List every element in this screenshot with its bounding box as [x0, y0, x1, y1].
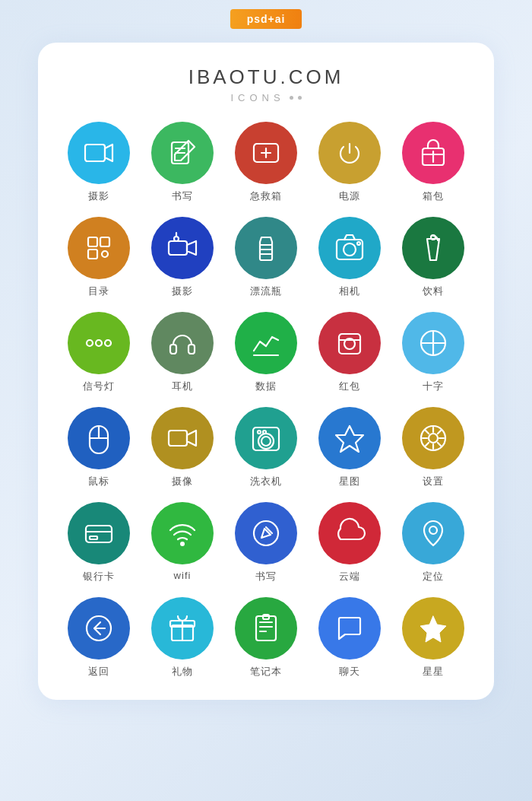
icon-item-photo[interactable]: 相机 — [312, 217, 388, 298]
icon-label-camera-video: 摄影 — [88, 189, 109, 203]
icon-circle-bankcard — [68, 502, 130, 564]
icon-item-star-of-david[interactable]: 星图 — [312, 407, 388, 488]
icon-label-write2: 书写 — [255, 570, 277, 583]
svg-point-27 — [105, 340, 111, 346]
svg-point-23 — [357, 242, 360, 245]
main-card: IBAOTU.COM ICONS 摄影书写急救箱电源箱包目录摄影漂流瓶相机饮料信… — [38, 43, 494, 700]
icon-item-drink[interactable]: 饮料 — [395, 217, 471, 298]
icon-label-cross: 十字 — [423, 380, 444, 393]
icon-item-camera-video[interactable]: 摄影 — [61, 122, 137, 203]
icon-label-bankcard: 银行卡 — [83, 570, 115, 583]
icon-item-menu[interactable]: 目录 — [61, 217, 137, 298]
icon-item-signal[interactable]: 信号灯 — [61, 312, 137, 393]
svg-marker-40 — [187, 431, 196, 446]
icon-label-star-of-david: 星图 — [339, 475, 360, 488]
icon-item-power[interactable]: 电源 — [312, 122, 388, 203]
svg-point-22 — [344, 243, 356, 256]
svg-rect-13 — [88, 250, 97, 259]
icon-item-hongbao[interactable]: 红包 — [312, 312, 388, 393]
icon-label-headphone: 耳机 — [172, 380, 193, 393]
icon-label-drink: 饮料 — [423, 284, 444, 298]
icon-item-settings[interactable]: 设置 — [395, 407, 471, 488]
svg-point-25 — [87, 340, 93, 346]
icon-label-camcorder: 摄像 — [172, 475, 193, 488]
icon-item-back[interactable]: 返回 — [61, 597, 137, 679]
icon-item-cross[interactable]: 十字 — [395, 312, 471, 393]
icon-label-video-cam: 摄影 — [172, 284, 193, 298]
icon-item-location[interactable]: 定位 — [395, 502, 471, 583]
icon-label-cloud: 云端 — [339, 570, 360, 583]
icon-item-wifi[interactable]: wifi — [144, 502, 220, 583]
svg-point-55 — [429, 526, 437, 534]
svg-point-44 — [258, 431, 261, 434]
svg-point-45 — [263, 431, 266, 434]
icon-label-data: 数据 — [255, 380, 277, 393]
svg-rect-31 — [339, 334, 360, 354]
icon-item-gift[interactable]: 礼物 — [144, 597, 220, 679]
svg-rect-51 — [90, 536, 97, 539]
icon-item-star[interactable]: 星星 — [395, 597, 471, 679]
icon-label-write: 书写 — [172, 189, 193, 203]
svg-marker-1 — [105, 145, 112, 161]
icon-circle-wifi — [151, 502, 214, 564]
icon-item-bankcard[interactable]: 银行卡 — [61, 502, 137, 583]
icon-circle-bag — [402, 122, 464, 184]
icon-label-hongbao: 红包 — [339, 380, 360, 393]
icon-circle-star — [402, 597, 464, 660]
icon-label-settings: 设置 — [423, 475, 444, 488]
icons-grid: 摄影书写急救箱电源箱包目录摄影漂流瓶相机饮料信号灯耳机数据红包十字鼠标摄像洗衣机… — [61, 122, 471, 679]
svg-rect-29 — [188, 345, 195, 354]
icon-item-washer[interactable]: 洗衣机 — [228, 407, 304, 488]
svg-rect-28 — [170, 345, 176, 354]
icon-label-wifi: wifi — [174, 570, 192, 581]
icon-circle-data — [235, 312, 297, 374]
icon-circle-washer — [235, 407, 297, 469]
icon-label-gift: 礼物 — [172, 665, 193, 679]
icon-item-cloud[interactable]: 云端 — [312, 502, 388, 583]
svg-point-24 — [431, 235, 435, 240]
icon-label-bottle: 漂流瓶 — [250, 284, 282, 298]
icon-circle-menu — [68, 217, 130, 279]
icon-label-chat: 聊天 — [339, 665, 360, 679]
icon-item-bottle[interactable]: 漂流瓶 — [228, 217, 304, 298]
icon-circle-notebook — [235, 597, 297, 660]
icon-label-signal: 信号灯 — [83, 380, 115, 393]
icon-item-chat[interactable]: 聊天 — [312, 597, 388, 679]
icon-circle-write — [151, 122, 214, 184]
icon-circle-camera-video — [68, 122, 130, 184]
top-badge: psd+ai — [230, 9, 302, 29]
icon-item-notebook[interactable]: 笔记本 — [228, 597, 304, 679]
icon-label-location: 定位 — [423, 570, 444, 583]
icon-item-first-aid[interactable]: 急救箱 — [228, 122, 304, 203]
icon-label-bag: 箱包 — [423, 189, 444, 203]
icon-item-data[interactable]: 数据 — [228, 312, 304, 393]
icon-circle-gift — [151, 597, 214, 660]
icon-circle-settings — [402, 407, 464, 469]
icon-item-write[interactable]: 书写 — [144, 122, 220, 203]
card-title: IBAOTU.COM — [61, 65, 471, 89]
icon-item-camcorder[interactable]: 摄像 — [144, 407, 220, 488]
svg-rect-14 — [169, 241, 187, 255]
icon-label-notebook: 笔记本 — [250, 665, 282, 679]
svg-rect-11 — [88, 237, 97, 246]
svg-point-43 — [261, 437, 271, 446]
svg-marker-15 — [187, 241, 196, 255]
subtitle-text: ICONS — [230, 92, 284, 103]
svg-point-47 — [429, 434, 438, 443]
icon-label-star: 星星 — [423, 665, 444, 679]
svg-rect-39 — [169, 431, 187, 446]
icon-circle-drink — [402, 217, 464, 279]
icon-item-mouse[interactable]: 鼠标 — [61, 407, 137, 488]
svg-rect-12 — [100, 237, 109, 246]
icon-item-video-cam[interactable]: 摄影 — [144, 217, 220, 298]
icon-circle-photo — [318, 217, 381, 279]
svg-point-52 — [180, 542, 185, 546]
svg-point-16 — [174, 237, 179, 241]
icon-item-headphone[interactable]: 耳机 — [144, 312, 220, 393]
icon-circle-star-of-david — [318, 407, 381, 469]
icon-circle-write2 — [235, 502, 297, 564]
svg-rect-0 — [85, 145, 105, 161]
icon-item-write2[interactable]: 书写 — [228, 502, 304, 583]
icon-item-bag[interactable]: 箱包 — [395, 122, 471, 203]
icon-circle-cloud — [318, 502, 381, 564]
